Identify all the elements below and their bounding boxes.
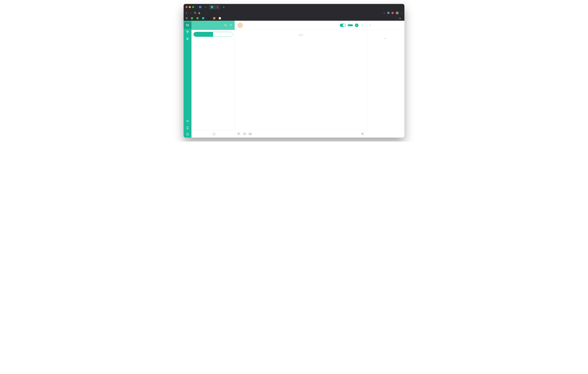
bookmark-item[interactable] xyxy=(186,17,189,19)
profile-icon[interactable] xyxy=(396,11,399,14)
close-window-icon[interactable] xyxy=(186,6,188,8)
browser-tab-inactive[interactable]: × xyxy=(197,5,208,9)
analytics-icon xyxy=(186,37,189,40)
favicon-icon xyxy=(208,17,210,19)
inbox-icon xyxy=(186,24,189,27)
maximize-window-icon[interactable] xyxy=(192,6,194,8)
message-composer xyxy=(235,130,367,138)
browser-tab-active[interactable]: × xyxy=(209,5,220,9)
info-icon[interactable]: i xyxy=(355,23,358,27)
other-bookmarks[interactable]: 🗀 xyxy=(399,17,402,19)
rail-item-analytics[interactable] xyxy=(184,35,191,42)
bookmark-item[interactable] xyxy=(196,17,200,19)
tab-favicon-icon xyxy=(211,6,213,8)
svg-point-5 xyxy=(188,121,189,122)
bookmarks-bar: 🗀 xyxy=(184,16,404,21)
segment-all[interactable] xyxy=(194,32,213,37)
send-button[interactable] xyxy=(360,132,364,136)
svg-point-7 xyxy=(187,128,188,129)
new-tab-button[interactable]: ＋ xyxy=(221,5,227,9)
plus-icon: ＋ xyxy=(384,37,386,40)
attach-card-icon[interactable] xyxy=(243,132,246,135)
message-input[interactable] xyxy=(254,132,358,135)
logout-icon xyxy=(186,133,189,136)
bookmark-item[interactable] xyxy=(191,17,194,19)
back-button[interactable] xyxy=(185,12,188,14)
integration-icon xyxy=(186,30,189,33)
svg-point-2 xyxy=(188,31,189,31)
bookmark-item[interactable] xyxy=(213,17,216,19)
menu-icon[interactable]: ⋮ xyxy=(401,12,403,14)
add-info-button[interactable]: ＋ xyxy=(369,37,402,40)
search-icon[interactable] xyxy=(224,24,227,27)
favicon-icon xyxy=(202,17,204,19)
favicon-icon xyxy=(213,17,215,19)
lock-icon: 🔒 xyxy=(198,12,200,14)
attach-file-icon[interactable] xyxy=(237,132,241,135)
svg-rect-11 xyxy=(243,133,246,135)
toggle-icon[interactable] xyxy=(340,24,346,27)
info-panel: ＋ xyxy=(367,21,404,138)
filter-icon[interactable] xyxy=(229,24,232,27)
chat-column: i ⋮ xyxy=(235,21,367,138)
bookmark-item[interactable] xyxy=(208,17,211,19)
browser-toolbar: 🔒 ☆ ⋮ xyxy=(184,10,404,16)
rail-item-inbox[interactable] xyxy=(184,22,191,29)
inbox-column: i xyxy=(191,21,235,138)
folder-icon: 🗀 xyxy=(399,17,401,19)
address-bar[interactable]: 🔒 xyxy=(198,12,382,14)
svg-point-13 xyxy=(250,133,250,134)
chat-body[interactable] xyxy=(235,30,367,130)
favicon-icon xyxy=(219,17,221,19)
rail-item-logout[interactable] xyxy=(184,131,191,138)
svg-point-1 xyxy=(186,31,187,31)
extension-icon[interactable] xyxy=(387,12,389,14)
conversation-list[interactable] xyxy=(191,38,235,130)
info-panel-header xyxy=(367,21,404,30)
apps-icon xyxy=(186,17,188,19)
contact-avatar xyxy=(237,22,243,28)
segment-control xyxy=(191,30,235,38)
window-titlebar: × × ＋ xyxy=(184,4,404,10)
inbox-footer: i xyxy=(191,130,235,138)
svg-point-4 xyxy=(187,120,187,121)
bookmark-item[interactable] xyxy=(219,17,222,19)
nav-rail xyxy=(184,21,191,138)
minimize-window-icon[interactable] xyxy=(189,6,191,8)
mobile-icon xyxy=(186,126,189,129)
extension-icon[interactable] xyxy=(391,12,394,14)
attach-image-icon[interactable] xyxy=(249,132,252,135)
svg-point-9 xyxy=(225,24,226,26)
collapse-icon[interactable] xyxy=(369,24,372,27)
chat-header: i ⋮ xyxy=(235,21,367,30)
tab-favicon-icon xyxy=(199,6,201,8)
rail-item-settings[interactable] xyxy=(184,118,191,124)
resolve-button[interactable] xyxy=(348,24,353,26)
close-tab-icon[interactable]: × xyxy=(205,6,206,8)
date-divider xyxy=(298,34,303,36)
more-icon[interactable]: ⋮ xyxy=(360,23,364,27)
forward-button[interactable] xyxy=(189,12,192,14)
favicon-icon xyxy=(191,17,193,19)
favicon-icon xyxy=(196,17,199,19)
rail-item-integration[interactable] xyxy=(184,29,191,35)
rail-item-mobile[interactable] xyxy=(184,124,191,131)
window-controls[interactable] xyxy=(186,6,194,8)
inbox-header xyxy=(191,21,235,30)
segment-ongoing[interactable] xyxy=(213,32,233,37)
bookmark-item[interactable] xyxy=(202,17,205,19)
star-icon[interactable]: ☆ xyxy=(383,12,385,14)
settings-icon xyxy=(186,119,189,123)
reload-button[interactable] xyxy=(194,12,196,14)
info-icon[interactable]: i xyxy=(213,133,215,135)
close-tab-icon[interactable]: × xyxy=(217,6,218,8)
chatbot-toggle[interactable] xyxy=(338,24,346,27)
